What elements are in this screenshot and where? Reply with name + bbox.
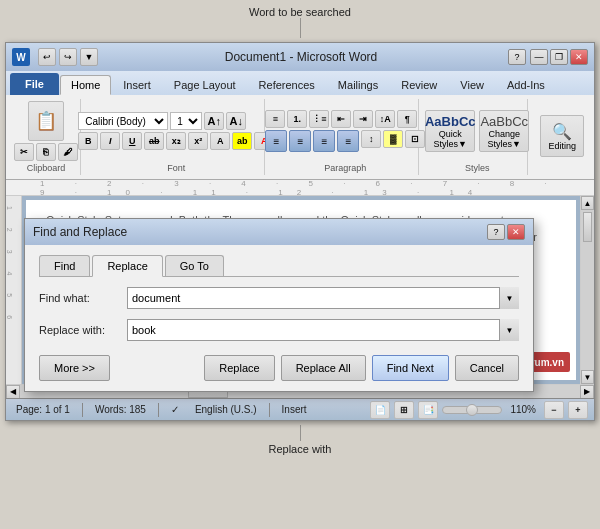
zoom-slider[interactable]: [442, 406, 502, 414]
dialog-tabs: Find Replace Go To: [39, 255, 519, 277]
dialog-help-button[interactable]: ?: [487, 224, 505, 240]
tab-find[interactable]: Find: [39, 255, 90, 276]
bottom-annotation: Replace with: [0, 421, 600, 457]
styles-label: Styles: [465, 161, 490, 173]
clipboard-label: Clipboard: [27, 161, 66, 173]
shrink-font-button[interactable]: A↓: [226, 112, 246, 130]
tab-references[interactable]: References: [248, 75, 326, 95]
tab-mailings[interactable]: Mailings: [327, 75, 389, 95]
replace-button[interactable]: Replace: [204, 355, 274, 381]
dialog-actions: More >> Replace Replace All Find Next Ca…: [39, 355, 519, 381]
text-effects-button[interactable]: A: [210, 132, 230, 150]
multilevel-button[interactable]: ⋮≡: [309, 110, 329, 128]
zoom-in-button[interactable]: +: [568, 401, 588, 419]
borders-button[interactable]: ⊡: [405, 130, 425, 148]
quick-access-toolbar: ↩ ↪ ▼: [38, 48, 98, 66]
window-controls: — ❐ ✕: [530, 49, 588, 65]
qat-dropdown[interactable]: ▼: [80, 48, 98, 66]
tab-home[interactable]: Home: [60, 75, 111, 95]
format-painter-button[interactable]: 🖌: [58, 143, 78, 161]
italic-button[interactable]: I: [100, 132, 120, 150]
tab-page-layout[interactable]: Page Layout: [163, 75, 247, 95]
insert-mode[interactable]: Insert: [278, 404, 311, 415]
decrease-indent-button[interactable]: ⇤: [331, 110, 351, 128]
help-button[interactable]: ?: [508, 49, 526, 65]
cancel-button[interactable]: Cancel: [455, 355, 519, 381]
redo-button[interactable]: ↪: [59, 48, 77, 66]
word-icon: W: [12, 48, 30, 66]
dialog-title: Find and Replace: [33, 225, 483, 239]
line-spacing-button[interactable]: ↕: [361, 130, 381, 148]
minimize-button[interactable]: —: [530, 49, 548, 65]
top-annotation: Word to be searched: [0, 0, 600, 42]
dialog-close-button[interactable]: ✕: [507, 224, 525, 240]
font-group: Calibri (Body) 11 A↑ A↓ B I U: [89, 99, 265, 175]
styles-group: AaBbCc QuickStyles▼ AaBbCc ChangeStyles▼…: [427, 99, 528, 175]
tab-view[interactable]: View: [449, 75, 495, 95]
status-bar: Page: 1 of 1 Words: 185 ✓ English (U.S.)…: [6, 398, 594, 420]
view-btn3[interactable]: 📑: [418, 401, 438, 419]
superscript-button[interactable]: x²: [188, 132, 208, 150]
word-window: W ↩ ↪ ▼ Document1 - Microsoft Word ? — ❐…: [5, 42, 595, 421]
paragraph-group: ≡ 1. ⋮≡ ⇤ ⇥ ↕A ¶ ≡ ≡ ≡ ≡: [273, 99, 420, 175]
font-name-select[interactable]: Calibri (Body): [78, 112, 168, 130]
zoom-out-button[interactable]: −: [544, 401, 564, 419]
shading-button[interactable]: ▓: [383, 130, 403, 148]
highlight-button[interactable]: ab: [232, 132, 252, 150]
copy-button[interactable]: ⎘: [36, 143, 56, 161]
numbering-button[interactable]: 1.: [287, 110, 307, 128]
cut-button[interactable]: ✂: [14, 143, 34, 161]
ribbon-tabs: File Home Insert Page Layout References …: [6, 71, 594, 95]
align-left-button[interactable]: ≡: [265, 130, 287, 152]
tab-review[interactable]: Review: [390, 75, 448, 95]
tab-file[interactable]: File: [10, 73, 59, 95]
tab-replace[interactable]: Replace: [92, 255, 162, 277]
find-replace-dialog: Find and Replace ? ✕ Find Replace Go To: [24, 218, 534, 392]
justify-button[interactable]: ≡: [337, 130, 359, 152]
show-para-button[interactable]: ¶: [397, 110, 417, 128]
find-next-button[interactable]: Find Next: [372, 355, 449, 381]
bullets-button[interactable]: ≡: [265, 110, 285, 128]
page-info: Page: 1 of 1: [12, 404, 74, 415]
quick-styles-button[interactable]: AaBbCc QuickStyles▼: [425, 110, 475, 152]
align-right-button[interactable]: ≡: [313, 130, 335, 152]
undo-button[interactable]: ↩: [38, 48, 56, 66]
more-button[interactable]: More >>: [39, 355, 110, 381]
word-count: Words: 185: [91, 404, 150, 415]
tab-insert[interactable]: Insert: [112, 75, 162, 95]
bold-button[interactable]: B: [78, 132, 98, 150]
tab-add-ins[interactable]: Add-Ins: [496, 75, 556, 95]
view-btn1[interactable]: 📄: [370, 401, 390, 419]
find-input[interactable]: [127, 287, 519, 309]
underline-button[interactable]: U: [122, 132, 142, 150]
ruler: 1 · 2 · 3 · 4 · 5 · 6 · 7 · 8 · 9 · 10 ·…: [6, 180, 594, 196]
ribbon-body: 📋 ✂ ⎘ 🖌 Clipboard: [6, 95, 594, 180]
tab-goto[interactable]: Go To: [165, 255, 224, 276]
align-center-button[interactable]: ≡: [289, 130, 311, 152]
scroll-left-button[interactable]: ◀: [6, 385, 20, 399]
zoom-thumb[interactable]: [466, 404, 478, 416]
editing-group: 🔍 Editing: [536, 99, 588, 175]
sort-button[interactable]: ↕A: [375, 110, 395, 128]
font-size-select[interactable]: 11: [170, 112, 202, 130]
increase-indent-button[interactable]: ⇥: [353, 110, 373, 128]
replace-input[interactable]: [127, 319, 519, 341]
change-styles-button[interactable]: AaBbCc ChangeStyles▼: [479, 110, 529, 152]
view-btn2[interactable]: ⊞: [394, 401, 414, 419]
language: English (U.S.): [191, 404, 261, 415]
find-input-dropdown[interactable]: ▼: [499, 287, 519, 309]
dialog-title-bar: Find and Replace ? ✕: [25, 219, 533, 245]
scroll-right-button[interactable]: ▶: [580, 385, 594, 399]
replace-field: Replace with: ▼: [39, 319, 519, 341]
strikethrough-button[interactable]: ab: [144, 132, 164, 150]
zoom-level: 110%: [506, 404, 540, 415]
replace-all-button[interactable]: Replace All: [281, 355, 366, 381]
spell-check-icon[interactable]: ✓: [167, 404, 183, 415]
subscript-button[interactable]: x₂: [166, 132, 186, 150]
grow-font-button[interactable]: A↑: [204, 112, 224, 130]
replace-input-dropdown[interactable]: ▼: [499, 319, 519, 341]
editing-button[interactable]: 🔍 Editing: [540, 115, 584, 157]
paste-button[interactable]: 📋: [28, 101, 64, 141]
restore-button[interactable]: ❐: [550, 49, 568, 65]
close-button[interactable]: ✕: [570, 49, 588, 65]
